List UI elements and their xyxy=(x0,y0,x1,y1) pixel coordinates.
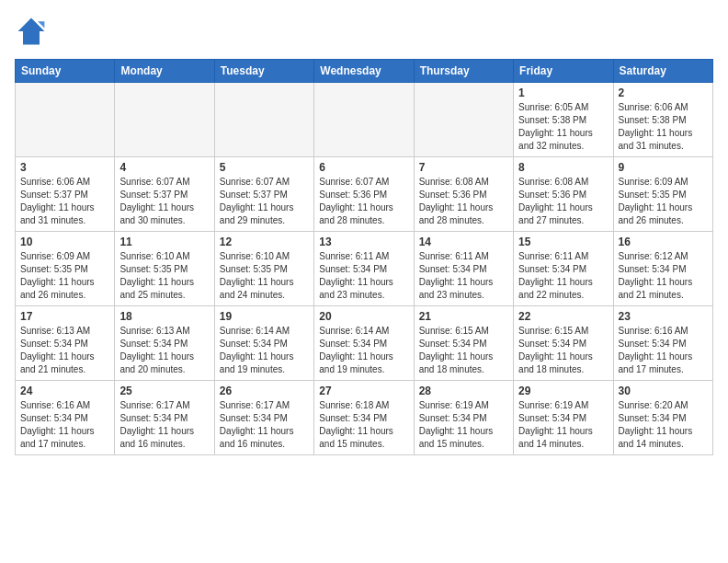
day-cell xyxy=(16,83,115,157)
weekday-header-sunday: Sunday xyxy=(16,60,115,83)
day-info: Sunrise: 6:07 AMSunset: 5:36 PMDaylight:… xyxy=(319,176,408,227)
day-cell: 25Sunrise: 6:17 AMSunset: 5:34 PMDayligh… xyxy=(115,381,214,455)
day-number: 5 xyxy=(220,161,309,174)
day-info: Sunrise: 6:20 AMSunset: 5:34 PMDaylight:… xyxy=(619,399,708,451)
weekday-header-tuesday: Tuesday xyxy=(214,60,313,83)
day-cell: 30Sunrise: 6:20 AMSunset: 5:34 PMDayligh… xyxy=(613,381,712,455)
day-cell xyxy=(214,83,313,157)
week-row-2: 3Sunrise: 6:06 AMSunset: 5:37 PMDaylight… xyxy=(16,157,713,232)
day-cell: 12Sunrise: 6:10 AMSunset: 5:35 PMDayligh… xyxy=(214,232,313,306)
day-number: 13 xyxy=(319,236,408,248)
day-info: Sunrise: 6:17 AMSunset: 5:34 PMDaylight:… xyxy=(220,399,309,451)
day-info: Sunrise: 6:16 AMSunset: 5:34 PMDaylight:… xyxy=(20,399,109,451)
day-info: Sunrise: 6:13 AMSunset: 5:34 PMDaylight:… xyxy=(20,325,109,376)
day-info: Sunrise: 6:15 AMSunset: 5:34 PMDaylight:… xyxy=(518,325,608,376)
day-info: Sunrise: 6:05 AMSunset: 5:38 PMDaylight:… xyxy=(518,101,608,153)
day-cell: 18Sunrise: 6:13 AMSunset: 5:34 PMDayligh… xyxy=(115,306,214,381)
day-info: Sunrise: 6:14 AMSunset: 5:34 PMDaylight:… xyxy=(220,325,309,376)
day-cell: 2Sunrise: 6:06 AMSunset: 5:38 PMDaylight… xyxy=(613,83,712,157)
day-number: 20 xyxy=(319,310,408,323)
day-cell: 16Sunrise: 6:12 AMSunset: 5:34 PMDayligh… xyxy=(613,232,712,306)
week-row-3: 10Sunrise: 6:09 AMSunset: 5:35 PMDayligh… xyxy=(16,232,713,306)
day-cell: 6Sunrise: 6:07 AMSunset: 5:36 PMDaylight… xyxy=(314,157,414,232)
day-cell: 27Sunrise: 6:18 AMSunset: 5:34 PMDayligh… xyxy=(314,381,414,455)
day-info: Sunrise: 6:07 AMSunset: 5:37 PMDaylight:… xyxy=(119,176,209,227)
day-number: 3 xyxy=(20,161,109,174)
weekday-header-row: SundayMondayTuesdayWednesdayThursdayFrid… xyxy=(16,60,713,83)
day-number: 28 xyxy=(419,385,508,397)
day-number: 27 xyxy=(319,385,408,397)
day-info: Sunrise: 6:12 AMSunset: 5:34 PMDaylight:… xyxy=(619,250,708,302)
day-number: 8 xyxy=(518,161,608,174)
day-info: Sunrise: 6:06 AMSunset: 5:38 PMDaylight:… xyxy=(619,101,708,153)
weekday-header-monday: Monday xyxy=(115,60,214,83)
day-cell: 10Sunrise: 6:09 AMSunset: 5:35 PMDayligh… xyxy=(16,232,115,306)
day-cell: 4Sunrise: 6:07 AMSunset: 5:37 PMDaylight… xyxy=(115,157,214,232)
day-number: 1 xyxy=(518,86,608,99)
calendar-table: SundayMondayTuesdayWednesdayThursdayFrid… xyxy=(15,59,713,455)
day-cell: 9Sunrise: 6:09 AMSunset: 5:35 PMDaylight… xyxy=(613,157,712,232)
day-number: 24 xyxy=(20,385,109,397)
day-number: 30 xyxy=(619,385,708,397)
day-number: 2 xyxy=(619,86,708,99)
day-number: 29 xyxy=(518,385,608,397)
day-number: 11 xyxy=(119,236,209,248)
day-cell: 22Sunrise: 6:15 AMSunset: 5:34 PMDayligh… xyxy=(514,306,613,381)
weekday-header-friday: Friday xyxy=(514,60,613,83)
day-cell: 11Sunrise: 6:10 AMSunset: 5:35 PMDayligh… xyxy=(115,232,214,306)
day-number: 14 xyxy=(419,236,508,248)
day-info: Sunrise: 6:19 AMSunset: 5:34 PMDaylight:… xyxy=(518,399,608,451)
day-number: 10 xyxy=(20,236,109,248)
day-info: Sunrise: 6:10 AMSunset: 5:35 PMDaylight:… xyxy=(119,250,209,302)
day-cell: 26Sunrise: 6:17 AMSunset: 5:34 PMDayligh… xyxy=(214,381,313,455)
day-cell: 3Sunrise: 6:06 AMSunset: 5:37 PMDaylight… xyxy=(16,157,115,232)
day-cell: 14Sunrise: 6:11 AMSunset: 5:34 PMDayligh… xyxy=(414,232,513,306)
day-info: Sunrise: 6:16 AMSunset: 5:34 PMDaylight:… xyxy=(619,325,708,376)
day-info: Sunrise: 6:19 AMSunset: 5:34 PMDaylight:… xyxy=(419,399,508,451)
day-info: Sunrise: 6:08 AMSunset: 5:36 PMDaylight:… xyxy=(419,176,508,227)
logo-icon xyxy=(15,15,48,48)
page-header xyxy=(15,15,713,48)
week-row-1: 1Sunrise: 6:05 AMSunset: 5:38 PMDaylight… xyxy=(16,83,713,157)
day-info: Sunrise: 6:14 AMSunset: 5:34 PMDaylight:… xyxy=(319,325,408,376)
day-cell: 7Sunrise: 6:08 AMSunset: 5:36 PMDaylight… xyxy=(414,157,513,232)
day-cell: 29Sunrise: 6:19 AMSunset: 5:34 PMDayligh… xyxy=(514,381,613,455)
day-cell: 15Sunrise: 6:11 AMSunset: 5:34 PMDayligh… xyxy=(514,232,613,306)
day-info: Sunrise: 6:11 AMSunset: 5:34 PMDaylight:… xyxy=(319,250,408,302)
day-cell: 1Sunrise: 6:05 AMSunset: 5:38 PMDaylight… xyxy=(514,83,613,157)
day-info: Sunrise: 6:06 AMSunset: 5:37 PMDaylight:… xyxy=(20,176,109,227)
week-row-4: 17Sunrise: 6:13 AMSunset: 5:34 PMDayligh… xyxy=(16,306,713,381)
day-cell: 5Sunrise: 6:07 AMSunset: 5:37 PMDaylight… xyxy=(214,157,313,232)
day-info: Sunrise: 6:15 AMSunset: 5:34 PMDaylight:… xyxy=(419,325,508,376)
day-number: 15 xyxy=(518,236,608,248)
day-cell xyxy=(414,83,513,157)
weekday-header-saturday: Saturday xyxy=(613,60,712,83)
day-number: 4 xyxy=(119,161,209,174)
day-cell: 8Sunrise: 6:08 AMSunset: 5:36 PMDaylight… xyxy=(514,157,613,232)
day-info: Sunrise: 6:09 AMSunset: 5:35 PMDaylight:… xyxy=(619,176,708,227)
day-cell: 24Sunrise: 6:16 AMSunset: 5:34 PMDayligh… xyxy=(16,381,115,455)
week-row-5: 24Sunrise: 6:16 AMSunset: 5:34 PMDayligh… xyxy=(16,381,713,455)
weekday-header-wednesday: Wednesday xyxy=(314,60,414,83)
day-info: Sunrise: 6:13 AMSunset: 5:34 PMDaylight:… xyxy=(119,325,209,376)
day-cell xyxy=(314,83,414,157)
day-number: 22 xyxy=(518,310,608,323)
day-number: 25 xyxy=(119,385,209,397)
day-number: 19 xyxy=(220,310,309,323)
day-info: Sunrise: 6:09 AMSunset: 5:35 PMDaylight:… xyxy=(20,250,109,302)
day-cell: 20Sunrise: 6:14 AMSunset: 5:34 PMDayligh… xyxy=(314,306,414,381)
day-number: 21 xyxy=(419,310,508,323)
day-cell: 23Sunrise: 6:16 AMSunset: 5:34 PMDayligh… xyxy=(613,306,712,381)
day-number: 26 xyxy=(220,385,309,397)
day-info: Sunrise: 6:11 AMSunset: 5:34 PMDaylight:… xyxy=(518,250,608,302)
day-info: Sunrise: 6:17 AMSunset: 5:34 PMDaylight:… xyxy=(119,399,209,451)
logo xyxy=(15,15,51,48)
day-cell: 13Sunrise: 6:11 AMSunset: 5:34 PMDayligh… xyxy=(314,232,414,306)
day-number: 7 xyxy=(419,161,508,174)
day-number: 23 xyxy=(619,310,708,323)
day-number: 9 xyxy=(619,161,708,174)
day-number: 6 xyxy=(319,161,408,174)
day-number: 18 xyxy=(119,310,209,323)
day-cell: 28Sunrise: 6:19 AMSunset: 5:34 PMDayligh… xyxy=(414,381,513,455)
weekday-header-thursday: Thursday xyxy=(414,60,513,83)
